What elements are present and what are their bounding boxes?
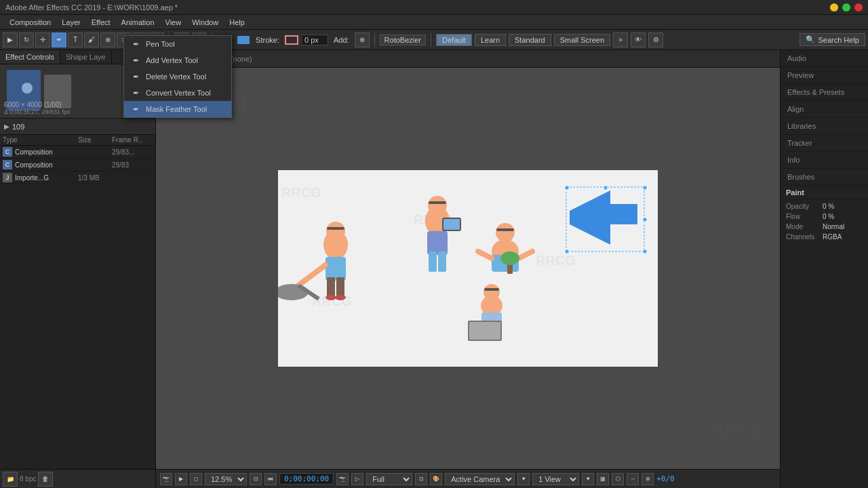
mask-feather-item[interactable]: ✒ Mask Feather Tool [124, 101, 231, 117]
channels-value[interactable]: RGBA [823, 233, 842, 241]
flow-label: Flow [786, 213, 820, 220]
3d-view-icon[interactable]: ⬡ [612, 473, 624, 485]
panel-tracker[interactable]: Tracker [781, 135, 868, 152]
svg-rect-36 [484, 288, 499, 291]
panel-libraries[interactable]: Libraries [781, 118, 868, 135]
project-item-1[interactable]: C Composition 29/83... [0, 146, 155, 159]
svg-rect-23 [429, 251, 437, 272]
panel-preview[interactable]: Preview [781, 67, 868, 84]
zoom-select[interactable]: 12.5% 25% 50% 100% [205, 473, 247, 485]
rotation-tool[interactable]: ↻ [19, 33, 34, 47]
fit-zoom-icon[interactable]: ⊡ [250, 473, 262, 485]
menu-animation[interactable]: Animation [116, 17, 160, 28]
close-btn[interactable] [854, 3, 863, 12]
quality-select[interactable]: Full Half Quarter [366, 473, 412, 485]
quality-icon[interactable]: ⊡ [415, 473, 427, 485]
panel-info[interactable]: Info [781, 152, 868, 169]
default-mode-btn[interactable]: Default [436, 34, 472, 46]
convert-vertex-label: Convert Vertex Tool [146, 89, 211, 97]
standard-mode-btn[interactable]: Standard [509, 34, 551, 46]
stroke-swatch[interactable] [285, 35, 298, 45]
mode-label: Mode [786, 223, 820, 230]
flow-value[interactable]: 0 % [823, 213, 834, 220]
video-icon[interactable]: ▶ [175, 473, 187, 485]
ram-preview-icon[interactable]: ▷ [351, 473, 363, 485]
roto-bezier-btn[interactable]: RotoBezier [380, 35, 426, 45]
transform-icon[interactable]: ↔ [627, 473, 639, 485]
goto-start-btn[interactable]: ⏮ [264, 473, 277, 485]
svg-rect-26 [443, 219, 460, 230]
comp-icon-1: C [3, 147, 12, 157]
app-title: Adobe After Effects CC 2019 - E:\WORK\10… [5, 3, 178, 12]
convert-vertex-icon: ✒ [131, 88, 140, 98]
search-help-btn[interactable]: 🔍 Search Help [800, 33, 865, 46]
project-item-3[interactable]: J Importe...G 1/3 MB [0, 171, 155, 184]
illustration-svg: RRCG RRCG RRCG RRCG [278, 170, 658, 367]
channels-label: Channels [786, 233, 820, 241]
panel-brushes[interactable]: Brushes [781, 169, 868, 186]
minimize-btn[interactable] [830, 3, 838, 12]
tab-effect-controls[interactable]: Effect Controls [0, 50, 60, 64]
eye-icon[interactable]: 👁 [631, 33, 646, 47]
views-select[interactable]: 1 View 2 Views 4 Views [532, 473, 579, 485]
add-vertex-item[interactable]: ✒ Add Vertex Tool [124, 52, 231, 68]
menu-view[interactable]: View [160, 17, 187, 28]
svg-rect-24 [438, 251, 446, 272]
add-icon[interactable]: ⊕ [355, 33, 370, 47]
small-screen-btn[interactable]: Small Screen [554, 34, 610, 46]
panel-align[interactable]: Align [781, 101, 868, 118]
tab-shape-layer[interactable]: Shape Laye [60, 50, 112, 64]
anchor-point-tool[interactable]: ✛ [35, 33, 50, 47]
pen-tool-label: Pen Tool [146, 40, 175, 48]
clone-stamp[interactable]: ⊕ [100, 33, 115, 47]
menu-help[interactable]: Help [224, 17, 250, 28]
project-bottom-bar: 📁 8 bpc 🗑 [0, 469, 155, 488]
fill-swatch[interactable] [237, 35, 250, 45]
menu-layer[interactable]: Layer [56, 17, 86, 28]
expand-icon[interactable]: » [613, 33, 628, 47]
color-icon[interactable]: 🎨 [430, 473, 442, 485]
settings-icon[interactable]: ⚙ [648, 33, 663, 47]
canvas-container[interactable]: RRCG RRCG RRCG RRCG [156, 68, 780, 469]
selection-tool[interactable]: ▶ [3, 33, 18, 47]
pen-tool[interactable]: ✒ [52, 33, 66, 47]
stroke-value[interactable]: 0 px [301, 35, 328, 45]
project-item-2[interactable]: C Composition 29/83 [0, 159, 155, 171]
opacity-value[interactable]: 0 % [823, 203, 834, 210]
menu-window[interactable]: Window [186, 17, 224, 28]
folder-icon[interactable]: 📁 [3, 472, 18, 487]
mask-icon[interactable]: ◻ [190, 473, 202, 485]
svg-rect-47 [604, 186, 608, 190]
learn-mode-btn[interactable]: Learn [475, 34, 506, 46]
trash-icon[interactable]: 🗑 [38, 472, 53, 487]
svg-rect-44 [643, 186, 647, 190]
panel-audio[interactable]: Audio [781, 50, 868, 67]
view-dropdown-icon[interactable]: ▼ [582, 473, 594, 485]
frame-camera-icon[interactable]: 📷 [336, 473, 349, 485]
camera-select[interactable]: Active Camera [445, 473, 515, 485]
mode-value[interactable]: Normal [823, 223, 844, 230]
svg-rect-12 [327, 277, 335, 298]
panel-effects-presets[interactable]: Effects & Presets [781, 84, 868, 101]
delete-vertex-item[interactable]: ✒ Delete Vertex Tool [124, 68, 231, 85]
pen-tool-item[interactable]: ✒ Pen Tool [124, 36, 231, 52]
menu-composition[interactable]: Composition [4, 17, 56, 28]
watermark-br: RRCG [711, 420, 766, 442]
pen-icon-1: ✒ [131, 39, 140, 49]
camera-dropdown-icon[interactable]: ▼ [517, 473, 530, 485]
convert-vertex-item[interactable]: ✒ Convert Vertex Tool [124, 85, 231, 101]
svg-point-9 [326, 222, 345, 241]
window-controls [830, 3, 863, 12]
brush-tool[interactable]: 🖌 [84, 33, 99, 47]
title-bar: Adobe After Effects CC 2019 - E:\WORK\10… [0, 0, 868, 15]
text-tool[interactable]: T [68, 33, 83, 47]
menu-effect[interactable]: Effect [86, 17, 116, 28]
svg-rect-43 [565, 186, 569, 190]
add-vertex-icon: ✒ [131, 56, 140, 65]
maximize-btn[interactable] [842, 3, 850, 12]
snapshot-icon[interactable]: 📷 [160, 473, 172, 485]
snap-icon[interactable]: ⊕ [642, 473, 654, 485]
grid-view-icon[interactable]: ▦ [597, 473, 609, 485]
timecode-display[interactable]: 0;00;00;00 [279, 473, 334, 485]
add-label: Add: [331, 36, 352, 44]
